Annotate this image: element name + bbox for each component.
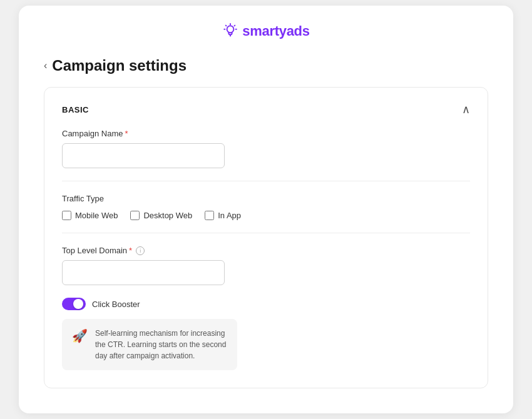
traffic-type-section: Traffic Type Mobile Web Desktop Web In A… [62,194,470,220]
tld-info-icon[interactable]: i [136,246,145,255]
checkbox-group: Mobile Web Desktop Web In App [62,211,470,220]
svg-line-2 [226,26,227,26]
checkbox-in-app-label: In App [218,211,241,220]
checkbox-desktop-web[interactable]: Desktop Web [130,211,192,220]
back-button[interactable]: ‹ [44,60,47,71]
click-booster-label: Click Booster [92,300,140,309]
top-level-domain-label: Top Level Domain * i [62,246,470,255]
click-booster-toggle[interactable] [62,298,86,310]
click-booster-row: Click Booster [62,298,470,310]
main-card: smartyads ‹ Campaign settings BASIC ∧ Ca… [19,6,513,413]
section-card: BASIC ∧ Campaign Name * Traffic Type Mob [44,87,488,388]
logo-container: smartyads [222,23,309,39]
campaign-name-input[interactable] [62,143,225,168]
page-title: Campaign settings [52,57,187,74]
logo-icon [222,23,238,39]
checkbox-in-app-input[interactable] [205,211,214,220]
logo-text: smartyads [242,23,309,39]
section-title: BASIC [62,105,89,114]
campaign-name-group: Campaign Name * [62,129,470,168]
rocket-icon: 🚀 [72,328,88,343]
campaign-name-label: Campaign Name * [62,129,470,138]
checkbox-mobile-web[interactable]: Mobile Web [62,211,118,220]
collapse-button[interactable]: ∧ [462,103,470,116]
logo-area: smartyads [19,6,513,52]
top-level-domain-input[interactable] [62,260,225,285]
section-header: BASIC ∧ [62,103,470,116]
traffic-type-label: Traffic Type [62,194,470,203]
svg-point-0 [227,26,234,33]
top-level-domain-group: Top Level Domain * i [62,246,470,285]
divider-2 [62,233,470,233]
checkbox-mobile-web-label: Mobile Web [75,211,118,220]
checkbox-in-app[interactable]: In App [205,211,241,220]
checkbox-desktop-web-label: Desktop Web [143,211,192,220]
divider-1 [62,181,470,181]
checkbox-mobile-web-input[interactable] [62,211,71,220]
info-box-text: Self-learning mechanism for increasing t… [95,328,227,361]
page-wrapper: smartyads ‹ Campaign settings BASIC ∧ Ca… [0,0,532,419]
page-header: ‹ Campaign settings [19,52,513,87]
checkbox-desktop-web-input[interactable] [130,211,140,220]
info-box: 🚀 Self-learning mechanism for increasing… [62,319,237,370]
toggle-knob [73,299,83,309]
required-star: * [125,129,128,138]
tld-required-star: * [129,246,132,255]
svg-line-3 [235,26,235,26]
